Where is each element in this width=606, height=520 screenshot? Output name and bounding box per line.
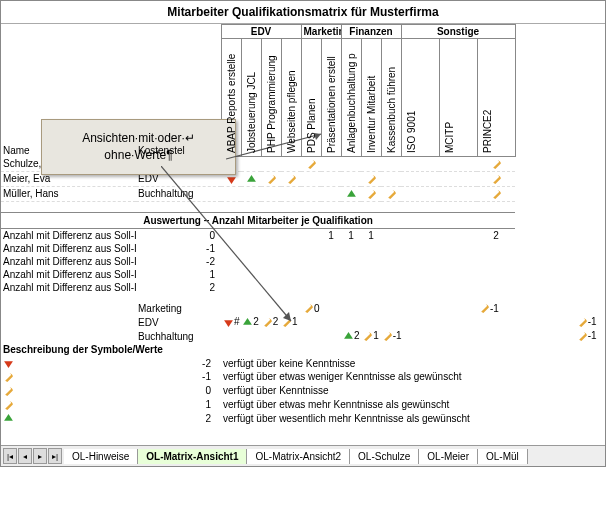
table-row: EDV# 2 2 1 0-1 (1, 315, 605, 329)
tab-ol-matrix-ansicht2[interactable]: OL-Matrix-Ansicht2 (247, 449, 350, 464)
sum-cell (321, 302, 341, 316)
skill-h: PDS Planen (301, 39, 321, 157)
summary-rows: Marketing0 0-1EDV# 2 2 1 0-1Buchhaltung2… (1, 302, 605, 344)
sum-cell (361, 315, 381, 329)
skill-cell (221, 186, 241, 201)
table-row: 1verfügt über etwas mehr Kenntnisse als … (1, 398, 605, 412)
legend-val: 1 (136, 398, 221, 412)
tab-ol-hinweise[interactable]: OL-Hinweise (64, 449, 138, 464)
sum-cost: EDV (136, 315, 221, 329)
skill-cell (341, 171, 361, 186)
skill-cell (477, 171, 515, 186)
skill-cell (261, 157, 281, 172)
diff-val: -2 (136, 255, 221, 268)
svg-marker-29 (481, 306, 489, 314)
tab-ol-meier[interactable]: OL-Meier (419, 449, 478, 464)
count-cell (281, 228, 301, 242)
sum-cell (439, 302, 477, 316)
svg-marker-25 (305, 306, 313, 314)
sum-cell (515, 315, 545, 329)
tab-first-icon: |◂ (3, 448, 17, 464)
table-row: -2verfügt über keine Kenntnisse (1, 356, 605, 370)
sum-cell (439, 329, 477, 343)
tab-prev-icon: ◂ (18, 448, 32, 464)
skill-cell (261, 186, 281, 201)
legend-icon (1, 356, 136, 370)
sum-cell (545, 315, 575, 329)
diff-rows: Anzahl mit Differenz aus Soll-IST:01112A… (1, 228, 605, 294)
tab-last-icon: ▸| (48, 448, 62, 464)
count-cell (301, 228, 321, 242)
legend-val: 2 (136, 412, 221, 426)
legend-icon (1, 384, 136, 398)
sum-cell (301, 329, 321, 343)
skill-cell (281, 186, 301, 201)
skill-cell (401, 157, 439, 172)
emp-name: Müller, Hans (1, 186, 136, 201)
sum-cell (341, 315, 361, 329)
table-row: 2verfügt über wesentlich mehr Kenntnisse… (1, 412, 605, 426)
skill-h: PHP Programmierung (261, 39, 281, 157)
sum-cell (241, 302, 261, 316)
sum-cost: Buchhaltung (136, 329, 221, 343)
skill-header-row: Name Kostenstel ABAP Reports erstelle Jo… (1, 39, 605, 157)
spreadsheet: Mitarbeiter Qualifikationsmatrix für Mus… (0, 0, 606, 467)
eval-title: Auswertung – Anzahl Mitarbeiter je Quali… (1, 212, 515, 228)
diff-label: Anzahl mit Differenz aus Soll-IST: (1, 242, 136, 255)
sum-cell: 0 0 (301, 302, 321, 316)
group-header-row: EDV Marketing Finanzen Sonstige (1, 25, 605, 39)
skill-cell (241, 157, 261, 172)
count-cell: 2 (477, 228, 515, 242)
skill-cell (477, 157, 515, 172)
sum-cell (477, 329, 515, 343)
legend-val: -2 (136, 356, 221, 370)
sum-cell: # 2 2 1 0 (221, 315, 301, 329)
skill-cell (401, 171, 439, 186)
diff-val: 1 (136, 268, 221, 281)
skill-h: ABAP Reports erstelle (221, 39, 241, 157)
tab-ol-matrix-ansicht1[interactable]: OL-Matrix-Ansicht1 (138, 449, 247, 464)
skill-cell (361, 186, 381, 201)
svg-marker-51 (5, 388, 13, 396)
tab-next-icon: ▸ (33, 448, 47, 464)
sum-cell (321, 315, 341, 329)
skill-cell (381, 186, 401, 201)
sum-cell (515, 329, 545, 343)
skill-cell (361, 157, 381, 172)
sum-cell: -1 (575, 315, 605, 329)
svg-marker-31 (224, 321, 233, 328)
svg-marker-9 (247, 175, 256, 182)
legend-text: verfügt über wesentlich mehr Kenntnisse … (221, 412, 515, 426)
svg-marker-53 (5, 402, 13, 410)
table-row: -1verfügt über etwas weniger Kenntnisse … (1, 370, 605, 384)
skill-h: Präsentationen erstell (321, 39, 341, 157)
tab-nav[interactable]: |◂◂▸▸| (1, 448, 64, 464)
tab-ol-mül[interactable]: OL-Mül (478, 449, 528, 464)
skill-cell (439, 157, 477, 172)
skill-cell (281, 157, 301, 172)
table-row: Anzahl mit Differenz aus Soll-IST:01112 (1, 228, 605, 242)
tab-ol-schulze[interactable]: OL-Schulze (350, 449, 419, 464)
svg-marker-10 (268, 176, 276, 184)
group-marketing: Marketing (301, 25, 341, 39)
svg-marker-32 (243, 318, 252, 325)
skill-cell (301, 186, 321, 201)
skill-h: Webseiten pflegen (281, 39, 301, 157)
sum-cell (261, 329, 281, 343)
svg-marker-39 (579, 319, 587, 327)
sum-cell: -1 (477, 302, 515, 316)
skill-cell (401, 186, 439, 201)
diff-label: Anzahl mit Differenz aus Soll-IST: (1, 268, 136, 281)
skill-cell (321, 186, 341, 201)
skill-cell (241, 171, 261, 186)
skill-cell (241, 186, 261, 201)
legend-icon (1, 370, 136, 384)
legend-rows: -2verfügt über keine Kenntnisse-1verfügt… (1, 356, 605, 425)
sum-cell (361, 302, 381, 316)
sum-cell (281, 329, 301, 343)
skill-cell (341, 157, 361, 172)
skill-cell (301, 171, 321, 186)
matrix-table: EDV Marketing Finanzen Sonstige Name Kos… (1, 24, 605, 445)
svg-marker-12 (288, 176, 296, 184)
sum-cell (341, 302, 361, 316)
